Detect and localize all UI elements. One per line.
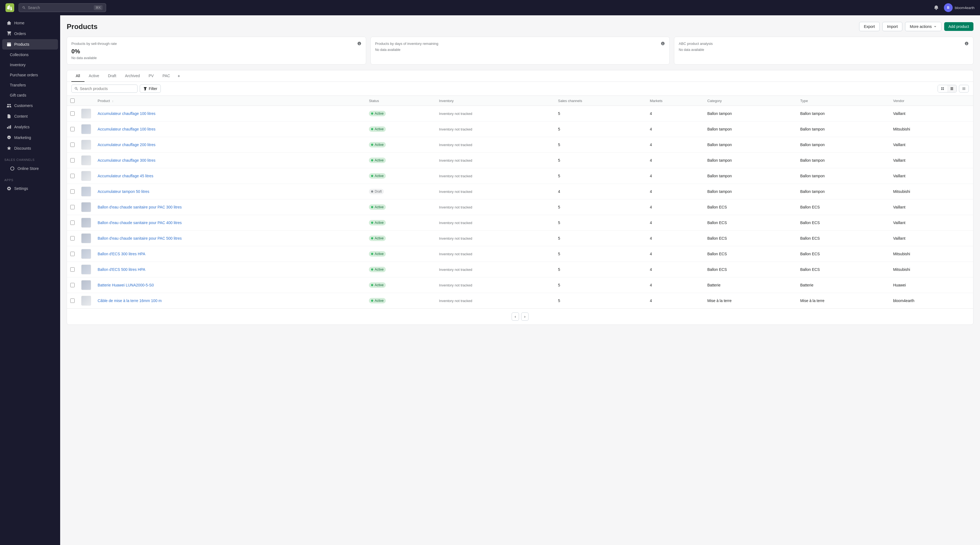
- select-all-checkbox[interactable]: [70, 99, 75, 103]
- row-checkbox-cell[interactable]: [67, 153, 78, 168]
- row-checkbox[interactable]: [70, 189, 75, 194]
- tab-active[interactable]: Active: [84, 70, 103, 82]
- export-button[interactable]: Export: [859, 22, 880, 31]
- list-view-button[interactable]: [947, 85, 956, 92]
- row-checkbox-cell[interactable]: [67, 215, 78, 231]
- table-row[interactable]: Accumulateur chauffage 100 litres Active…: [67, 121, 973, 137]
- product-search-input[interactable]: [80, 86, 135, 91]
- sidebar-item-marketing[interactable]: Marketing: [2, 132, 58, 143]
- row-inventory: Inventory not tracked: [436, 137, 555, 153]
- more-actions-button[interactable]: More actions: [905, 22, 941, 31]
- row-product-name[interactable]: Câble de mise à la terre 16mm 100 m: [94, 293, 366, 309]
- sidebar-item-transfers[interactable]: Transfers: [2, 80, 58, 90]
- sidebar-item-customers[interactable]: Customers: [2, 100, 58, 111]
- table-row[interactable]: Ballon d'eau chaude sanitaire pour PAC 5…: [67, 231, 973, 246]
- row-checkbox-cell[interactable]: [67, 168, 78, 184]
- row-product-name[interactable]: Batterie Huawei LUNA2000-5-S0: [94, 277, 366, 293]
- row-product-name[interactable]: Accumulateur chauffage 300 litres: [94, 153, 366, 168]
- filter-search[interactable]: [72, 84, 138, 93]
- tab-draft[interactable]: Draft: [103, 70, 121, 82]
- row-checkbox-cell[interactable]: [67, 277, 78, 293]
- sidebar-item-content[interactable]: Content: [2, 111, 58, 121]
- prev-page-button[interactable]: ‹: [512, 312, 519, 321]
- sidebar-item-online-store[interactable]: Online Store: [2, 163, 58, 174]
- row-checkbox[interactable]: [70, 205, 75, 209]
- row-markets: 4: [647, 106, 704, 121]
- row-checkbox[interactable]: [70, 298, 75, 303]
- table-row[interactable]: Ballon d'ECS 300 litres HPA Active Inven…: [67, 246, 973, 262]
- select-all-header[interactable]: [67, 96, 78, 106]
- row-product-name[interactable]: Accumulateur chauffage 45 litres: [94, 168, 366, 184]
- tab-all[interactable]: All: [72, 70, 84, 82]
- sidebar-item-gift-cards[interactable]: Gift cards: [2, 90, 58, 100]
- type-header: Type: [797, 96, 890, 106]
- sidebar-item-collections[interactable]: Collections: [2, 50, 58, 60]
- sidebar-item-purchase-orders[interactable]: Purchase orders: [2, 70, 58, 80]
- sidebar-item-settings[interactable]: Settings: [2, 183, 58, 194]
- row-checkbox-cell[interactable]: [67, 262, 78, 277]
- import-button[interactable]: Import: [882, 22, 903, 31]
- sidebar-item-discounts[interactable]: Discounts: [2, 143, 58, 153]
- row-checkbox[interactable]: [70, 283, 75, 287]
- row-checkbox[interactable]: [70, 112, 75, 116]
- sidebar-item-home[interactable]: Home: [2, 18, 58, 28]
- layout: Home Orders Products Collections Invento…: [0, 15, 980, 545]
- table-row[interactable]: Ballon d'ECS 500 litres HPA Active Inven…: [67, 262, 973, 277]
- row-product-name[interactable]: Ballon d'eau chaude sanitaire pour PAC 3…: [94, 199, 366, 215]
- table-row[interactable]: Ballon d'eau chaude sanitaire pour PAC 3…: [67, 199, 973, 215]
- row-checkbox-cell[interactable]: [67, 293, 78, 309]
- row-product-name[interactable]: Accumulateur chauffage 100 litres: [94, 121, 366, 137]
- table-row[interactable]: Accumulateur chauffage 200 litres Active…: [67, 137, 973, 153]
- sidebar-item-orders[interactable]: Orders: [2, 29, 58, 39]
- sidebar-item-analytics[interactable]: Analytics: [2, 122, 58, 132]
- row-checkbox-cell[interactable]: [67, 231, 78, 246]
- row-checkbox-cell[interactable]: [67, 184, 78, 199]
- account-button[interactable]: B bloom4earth: [944, 3, 975, 12]
- row-checkbox[interactable]: [70, 220, 75, 225]
- sidebar-item-inventory[interactable]: Inventory: [2, 60, 58, 70]
- row-checkbox-cell[interactable]: [67, 121, 78, 137]
- tab-pv[interactable]: PV: [145, 70, 158, 82]
- row-checkbox[interactable]: [70, 158, 75, 163]
- row-checkbox-cell[interactable]: [67, 246, 78, 262]
- row-product-name[interactable]: Ballon d'eau chaude sanitaire pour PAC 4…: [94, 215, 366, 231]
- row-product-name[interactable]: Ballon d'eau chaude sanitaire pour PAC 5…: [94, 231, 366, 246]
- row-product-name[interactable]: Accumulateur chauffage 100 litres: [94, 106, 366, 121]
- table-row[interactable]: Batterie Huawei LUNA2000-5-S0 Active Inv…: [67, 277, 973, 293]
- table-row[interactable]: Accumulateur chauffage 100 litres Active…: [67, 106, 973, 121]
- row-checkbox[interactable]: [70, 127, 75, 131]
- grid-view-button[interactable]: [938, 85, 947, 92]
- row-thumb-cell: [78, 246, 94, 262]
- row-checkbox-cell[interactable]: [67, 137, 78, 153]
- search-bar[interactable]: ⌘K: [19, 3, 106, 12]
- row-category: Ballon ECS: [704, 246, 797, 262]
- table-row[interactable]: Accumulateur tampon 50 litres Draft Inve…: [67, 184, 973, 199]
- add-product-button[interactable]: Add product: [944, 22, 974, 31]
- row-checkbox[interactable]: [70, 267, 75, 272]
- sidebar-item-products[interactable]: Products: [2, 39, 58, 49]
- row-product-name[interactable]: Ballon d'ECS 500 litres HPA: [94, 262, 366, 277]
- shopify-logo-icon[interactable]: [5, 3, 14, 12]
- tab-add-button[interactable]: [175, 70, 183, 81]
- row-checkbox[interactable]: [70, 252, 75, 256]
- column-settings-button[interactable]: [959, 85, 969, 92]
- row-product-name[interactable]: Accumulateur tampon 50 litres: [94, 184, 366, 199]
- row-checkbox[interactable]: [70, 236, 75, 241]
- filter-button[interactable]: Filter: [140, 84, 161, 93]
- row-checkbox[interactable]: [70, 143, 75, 147]
- row-checkbox[interactable]: [70, 174, 75, 178]
- next-page-button[interactable]: ›: [521, 312, 528, 321]
- row-checkbox-cell[interactable]: [67, 106, 78, 121]
- product-header[interactable]: Product ↕: [94, 96, 366, 106]
- tab-archived[interactable]: Archived: [121, 70, 144, 82]
- row-checkbox-cell[interactable]: [67, 199, 78, 215]
- table-row[interactable]: Accumulateur chauffage 45 litres Active …: [67, 168, 973, 184]
- table-row[interactable]: Ballon d'eau chaude sanitaire pour PAC 4…: [67, 215, 973, 231]
- search-input[interactable]: [28, 5, 92, 10]
- table-row[interactable]: Accumulateur chauffage 300 litres Active…: [67, 153, 973, 168]
- row-product-name[interactable]: Accumulateur chauffage 200 litres: [94, 137, 366, 153]
- table-row[interactable]: Câble de mise à la terre 16mm 100 m Acti…: [67, 293, 973, 309]
- tab-pac[interactable]: PAC: [158, 70, 175, 82]
- row-product-name[interactable]: Ballon d'ECS 300 litres HPA: [94, 246, 366, 262]
- notifications-button[interactable]: [932, 3, 940, 12]
